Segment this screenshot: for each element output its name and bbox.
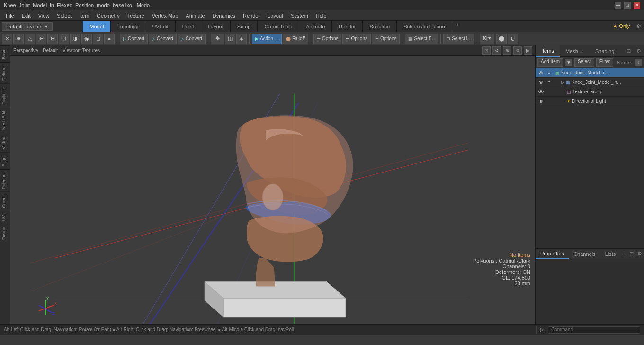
render-icon[interactable]: ◫ <box>225 34 235 44</box>
filter-item-button[interactable]: Filter <box>596 58 613 67</box>
tab-render[interactable]: Render <box>332 21 363 32</box>
tool-icon-4[interactable]: ⊞ <box>47 34 58 44</box>
command-input[interactable] <box>548 326 640 334</box>
menu-item-view[interactable]: View <box>35 12 54 19</box>
eye-icon-3[interactable]: 👁 <box>537 98 544 105</box>
render-button[interactable]: ⬤ <box>496 34 507 44</box>
tab-layout[interactable]: Layout <box>201 21 231 32</box>
menu-item-select[interactable]: Select <box>53 12 75 19</box>
eye-icon-1[interactable]: 👁 <box>537 79 544 86</box>
vp-ctrl-5[interactable]: ▶ <box>524 46 532 55</box>
tab-scripting[interactable]: Scripting <box>363 21 397 32</box>
vp-ctrl-3[interactable]: ⊕ <box>503 46 511 55</box>
gear-button[interactable]: ⚙ <box>634 22 644 30</box>
tool-icon-0[interactable]: ⊙ <box>2 34 12 44</box>
select-t-button[interactable]: ▦ Select T... <box>405 34 438 44</box>
action-button[interactable]: ▶ Action ... <box>252 34 282 44</box>
tab-topology[interactable]: Topology <box>111 21 145 32</box>
menu-item-animate[interactable]: Animate <box>182 12 208 19</box>
items-expand-btn[interactable]: ⊡ <box>624 47 634 55</box>
tab-animate[interactable]: Animate <box>299 21 332 32</box>
tool-icon-9[interactable]: ● <box>104 34 115 44</box>
tool-icon-3[interactable]: ↩ <box>36 34 46 44</box>
tool-icon-7[interactable]: ◉ <box>81 34 92 44</box>
tab-items[interactable]: Items <box>536 45 560 57</box>
convert-button-2[interactable]: ▷ Convert <box>149 34 177 44</box>
sidebar-item-duplicate[interactable]: Duplicate <box>0 83 10 108</box>
items-row-0[interactable]: 👁 ⊙ ▤ Knee_Joint_Model_i... <box>536 68 644 78</box>
convert-button-1[interactable]: ▷ Convert <box>120 34 148 44</box>
tab-paint[interactable]: Paint <box>176 21 201 32</box>
menu-item-dynamics[interactable]: Dynamics <box>209 12 239 19</box>
tab-game-tools[interactable]: Game Tools <box>258 21 299 32</box>
viewport[interactable]: Perspective Default Viewport Textures ⊡ … <box>10 45 535 324</box>
tab-lists[interactable]: Lists <box>600 249 621 259</box>
tool-icon-8[interactable]: ◻ <box>93 34 103 44</box>
prop-expand-btn[interactable]: ⊡ <box>627 250 635 258</box>
sidebar-item-deform-[interactable]: Deform. <box>0 62 10 83</box>
close-button[interactable]: ✕ <box>634 2 640 9</box>
tool-icon-5[interactable]: ⊡ <box>59 34 69 44</box>
items-settings-btn[interactable]: ⚙ <box>634 47 644 55</box>
vp-ctrl-2[interactable]: ↺ <box>492 46 501 55</box>
falloff-button[interactable]: ⬤ Falloff <box>283 34 308 44</box>
prop-add-btn[interactable]: + <box>621 250 627 258</box>
add-item-icon[interactable]: ▼ <box>565 59 572 66</box>
select-item-button[interactable]: Select <box>574 58 594 67</box>
viewport-canvas[interactable]: No Items Polygons : Catmull-Clark Channe… <box>10 56 535 324</box>
vp-ctrl-4[interactable]: ⚙ <box>513 46 522 55</box>
menu-item-vertex map[interactable]: Vertex Map <box>148 12 182 19</box>
sidebar-item-basic[interactable]: Basic <box>0 45 10 62</box>
kits-button[interactable]: Kits <box>480 34 494 44</box>
col-sort-icon[interactable]: ↕ <box>635 59 642 66</box>
options-button-1[interactable]: ☰ Options <box>313 34 341 44</box>
minimize-button[interactable]: — <box>615 2 621 9</box>
visibility-icon-2[interactable] <box>546 89 552 95</box>
menu-item-item[interactable]: Item <box>75 12 93 19</box>
menu-item-edit[interactable]: Edit <box>18 12 35 19</box>
eye-icon-0[interactable]: 👁 <box>537 70 544 76</box>
tab-properties[interactable]: Properties <box>536 249 569 259</box>
only-label[interactable]: ★ Only <box>609 22 634 30</box>
add-item-button[interactable]: Add Item <box>537 58 563 67</box>
tool-icon-2[interactable]: △ <box>25 34 35 44</box>
visibility-icon-3[interactable] <box>546 98 552 105</box>
menu-item-file[interactable]: File <box>2 12 18 19</box>
visibility-icon-0[interactable]: ⊙ <box>546 70 552 76</box>
convert-button-3[interactable]: ▷ Convert <box>178 34 206 44</box>
tab-schematic-fusion[interactable]: Schematic Fusion <box>397 21 452 32</box>
tool-icon-6[interactable]: ◑ <box>70 34 80 44</box>
tab-channels[interactable]: Channels <box>569 249 600 259</box>
tool-icon-1[interactable]: ⊕ <box>13 34 24 44</box>
menu-item-geometry[interactable]: Geometry <box>93 12 123 19</box>
menu-item-help[interactable]: Help <box>312 12 331 19</box>
transform-icon[interactable]: ✥ <box>211 34 224 44</box>
vp-ctrl-1[interactable]: ⊡ <box>482 46 491 55</box>
visibility-icon-1[interactable]: ⊙ <box>546 79 552 86</box>
tab-model[interactable]: Model <box>83 21 111 32</box>
light-icon[interactable]: ◈ <box>236 34 247 44</box>
eye-icon-2[interactable]: 👁 <box>537 89 544 95</box>
menu-item-system[interactable]: System <box>287 12 312 19</box>
items-row-2[interactable]: 👁 ◫ Texture Group <box>536 87 644 97</box>
tab-shading[interactable]: Shading <box>590 45 620 57</box>
sidebar-item-edge-[interactable]: Edge. <box>0 152 10 170</box>
sidebar-item-fusion[interactable]: Fusion <box>0 224 10 243</box>
tab-mesh[interactable]: Mesh ... <box>560 45 590 57</box>
sidebar-item-vertex-[interactable]: Vertex. <box>0 133 10 152</box>
maximize-button[interactable]: □ <box>624 2 631 9</box>
items-row-1[interactable]: 👁 ⊙ ▷ ▦ Knee_Joint_Model_in... <box>536 78 644 87</box>
sidebar-item-uv-[interactable]: UV. <box>0 211 10 224</box>
sidebar-item-polygon-[interactable]: Polygon. <box>0 169 10 192</box>
sidebar-item-curve-[interactable]: Curve. <box>0 192 10 211</box>
menu-item-render[interactable]: Render <box>239 12 264 19</box>
tab-uvedit[interactable]: UVEdit <box>145 21 175 32</box>
items-list[interactable]: 👁 ⊙ ▤ Knee_Joint_Model_i... 👁 ⊙ ▷ ▦ Knee… <box>536 68 644 248</box>
options-button-2[interactable]: ☰ Options <box>342 34 370 44</box>
items-row-3[interactable]: 👁 ☀ Directional Light <box>536 97 644 106</box>
sidebar-item-mesh-edit[interactable]: Mesh Edit <box>0 108 10 133</box>
options-button-3[interactable]: ☰ Options <box>372 34 400 44</box>
select-i-button[interactable]: ⊡ Select i... <box>443 34 474 44</box>
menu-item-layout[interactable]: Layout <box>264 12 287 19</box>
menu-item-texture[interactable]: Texture <box>124 12 148 19</box>
